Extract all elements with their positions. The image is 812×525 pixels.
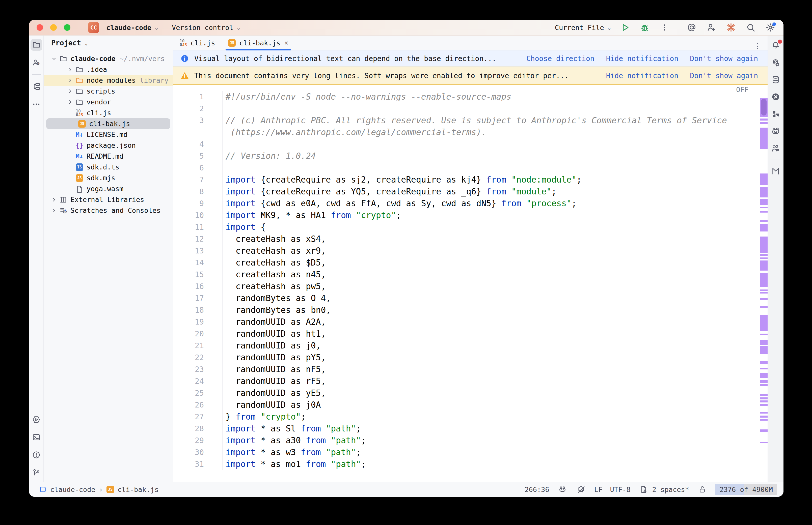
- line-separator-widget[interactable]: LF: [594, 486, 603, 494]
- tree-item-yoga.wasm[interactable]: yoga.wasm: [44, 183, 173, 194]
- code-line[interactable]: 23 randomUUID as nF5,: [173, 363, 768, 375]
- line-number[interactable]: 6: [173, 163, 222, 172]
- database-tool-button[interactable]: [770, 74, 781, 86]
- banner-link-don-t-show-again[interactable]: Don't show again: [690, 55, 758, 63]
- code-line[interactable]: 13 createHash as xr9,: [173, 245, 768, 257]
- tab-cli-bak-js[interactable]: JS cli-bak.js ×: [222, 35, 295, 50]
- line-number[interactable]: 17: [173, 294, 222, 303]
- breadcrumb-file[interactable]: cli-bak.js: [118, 486, 159, 494]
- tree-item-node_modules[interactable]: node_moduleslibrary: [44, 75, 173, 86]
- code-line[interactable]: 29import * as a30 from "path";: [173, 434, 768, 446]
- problems-tool-button[interactable]: [31, 449, 42, 461]
- chevron-right-icon[interactable]: [50, 197, 58, 203]
- code-line[interactable]: 20 randomUUID as ht1,: [173, 328, 768, 340]
- caret-position-widget[interactable]: 266:36: [525, 486, 549, 494]
- code-line[interactable]: 26 randomUUID as j0A: [173, 399, 768, 411]
- line-number[interactable]: 7: [173, 175, 222, 184]
- line-number[interactable]: 14: [173, 258, 222, 267]
- line-number[interactable]: 12: [173, 235, 222, 243]
- copilot-robot-icon[interactable]: [557, 484, 568, 495]
- code-line[interactable]: 9import {cwd as e0A, cwd as FfA, cwd as …: [173, 197, 768, 209]
- highlighting-level-label[interactable]: OFF: [736, 86, 749, 93]
- line-number[interactable]: 31: [173, 460, 222, 468]
- line-number[interactable]: 18: [173, 305, 222, 314]
- code-line[interactable]: 28import * as Sl from "path";: [173, 423, 768, 434]
- line-number[interactable]: 9: [173, 199, 222, 208]
- encoding-widget[interactable]: UTF-8: [610, 486, 630, 494]
- code-line[interactable]: 7import {createRequire as sj2, createReq…: [173, 174, 768, 185]
- banner-link-choose-direction[interactable]: Choose direction: [526, 55, 594, 63]
- code-line[interactable]: 16 createHash as pw5,: [173, 281, 768, 292]
- project-tool-button[interactable]: [31, 39, 42, 51]
- pull-requests-tool-button[interactable]: ?: [31, 57, 42, 68]
- code-line[interactable]: 17 randomBytes as O_4,: [173, 292, 768, 304]
- git-tool-button[interactable]: [31, 467, 42, 478]
- code-editor[interactable]: 1#!/usr/bin/env -S node --no-warnings --…: [173, 85, 768, 482]
- debug-button[interactable]: [639, 22, 650, 33]
- code-line[interactable]: 31import * as mo1 from "path";: [173, 458, 768, 470]
- more-actions-kebab-icon[interactable]: [659, 22, 670, 33]
- code-line[interactable]: 8import {createRequire as YQ5, createReq…: [173, 185, 768, 197]
- vcs-widget[interactable]: Version control ⌄: [172, 24, 240, 31]
- code-line[interactable]: 15 createHash as n45,: [173, 269, 768, 281]
- line-number[interactable]: 20: [173, 329, 222, 338]
- line-number[interactable]: 26: [173, 401, 222, 409]
- robot-face-tool-button[interactable]: [770, 125, 781, 137]
- window-close-button[interactable]: [36, 24, 43, 31]
- search-everywhere-icon[interactable]: [745, 22, 756, 33]
- tree-item-.idea[interactable]: .idea: [44, 64, 173, 75]
- tab-cli-js[interactable]: 100JS cli.js: [173, 35, 222, 50]
- indent-file-gear-icon[interactable]: [638, 484, 649, 495]
- tree-item-sdk.d.ts[interactable]: TSsdk.d.ts: [44, 162, 173, 172]
- chevron-right-icon[interactable]: [67, 66, 74, 73]
- code-line[interactable]: (https://www.anthropic.com/legal/commerc…: [173, 126, 768, 138]
- banner-link-don-t-show-again[interactable]: Don't show again: [690, 72, 758, 80]
- chevron-down-icon[interactable]: [50, 56, 58, 62]
- chevron-right-icon[interactable]: [67, 77, 74, 84]
- breadcrumb[interactable]: claude-code › JS cli-bak.js: [39, 486, 159, 494]
- breadcrumb-project[interactable]: claude-code: [50, 486, 95, 494]
- line-number[interactable]: 25: [173, 389, 222, 397]
- code-line[interactable]: 21 randomUUID as j0,: [173, 340, 768, 351]
- proofreading-disabled-icon[interactable]: [576, 484, 587, 495]
- code-with-me-users-tool-button[interactable]: [770, 142, 781, 154]
- code-line[interactable]: 6: [173, 162, 768, 174]
- memory-indicator-widget[interactable]: 2376 of 4900M: [715, 484, 777, 495]
- structure-tool-button[interactable]: [31, 81, 42, 92]
- tree-item-LICENSE.md[interactable]: M↓LICENSE.md: [44, 129, 173, 140]
- project-panel-header[interactable]: Project ⌄: [44, 35, 173, 50]
- scrollbar-thumb[interactable]: [761, 99, 767, 116]
- line-number[interactable]: 13: [173, 246, 222, 255]
- tree-item-External Libraries[interactable]: External Libraries: [44, 194, 173, 205]
- settings-gear-icon[interactable]: [765, 22, 776, 33]
- tree-item-scripts[interactable]: scripts: [44, 86, 173, 96]
- line-number[interactable]: 4: [173, 140, 222, 149]
- code-line[interactable]: 19 randomUUID as A2A,: [173, 316, 768, 328]
- line-number[interactable]: 15: [173, 270, 222, 279]
- chevron-right-icon[interactable]: [67, 99, 74, 105]
- window-zoom-button[interactable]: [64, 24, 70, 31]
- maven-tool-button[interactable]: [770, 165, 781, 177]
- tree-item-Scratches and Consoles[interactable]: Scratches and Consoles: [44, 205, 173, 216]
- code-line[interactable]: 5// Version: 1.0.24: [173, 150, 768, 162]
- code-line[interactable]: 2: [173, 103, 768, 115]
- code-line[interactable]: 1#!/usr/bin/env -S node --no-warnings --…: [173, 91, 768, 103]
- window-minimize-button[interactable]: [50, 24, 57, 31]
- line-number[interactable]: 21: [173, 341, 222, 350]
- line-number[interactable]: 1: [173, 92, 222, 101]
- tree-item-cli-bak.js[interactable]: JScli-bak.js: [46, 118, 170, 129]
- chevron-right-icon[interactable]: [50, 208, 58, 214]
- line-number[interactable]: 24: [173, 377, 222, 386]
- line-number[interactable]: 30: [173, 448, 222, 457]
- line-number[interactable]: 11: [173, 223, 222, 231]
- code-line[interactable]: 12 createHash as xS4,: [173, 233, 768, 245]
- code-line[interactable]: 27} from "crypto";: [173, 411, 768, 423]
- line-number[interactable]: 5: [173, 152, 222, 160]
- line-number[interactable]: 10: [173, 211, 222, 220]
- tree-item-package.json[interactable]: {}package.json: [44, 140, 173, 151]
- code-with-me-icon[interactable]: [706, 22, 717, 33]
- code-line[interactable]: 22 randomUUID as pY5,: [173, 351, 768, 363]
- line-number[interactable]: 23: [173, 365, 222, 374]
- tree-item-sdk.mjs[interactable]: JSsdk.mjs: [44, 172, 173, 183]
- code-line[interactable]: 24 randomUUID as rF5,: [173, 375, 768, 387]
